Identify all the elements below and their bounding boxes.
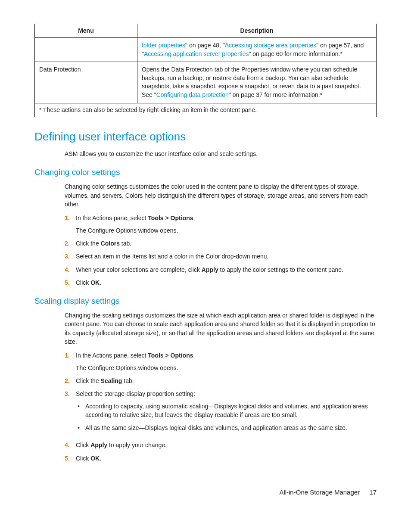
text-bold: Apply	[90, 442, 107, 448]
step-number: 1.	[65, 214, 76, 235]
step-number: 1.	[65, 351, 76, 372]
text-bold: Colors	[101, 240, 120, 247]
paragraph: Changing the scaling settings customizes…	[65, 311, 377, 346]
text: Click	[76, 455, 90, 462]
table-footnote: * These actions can also be selected by …	[35, 103, 377, 117]
text: .	[100, 279, 101, 286]
link-configuring-data-protection[interactable]: Configuring data protection	[156, 91, 229, 98]
link-folder-properties[interactable]: folder properties	[142, 42, 185, 49]
bullet-list: • According to capacity, using automatic…	[76, 402, 377, 432]
text: to apply the color settings to the conte…	[218, 266, 343, 273]
table-header-menu: Menu	[35, 24, 137, 38]
table-footnote-row: * These actions can also be selected by …	[35, 103, 377, 117]
page-footer: All-in-One Storage Manager 17	[34, 488, 377, 496]
step-item: 5. Click OK.	[65, 278, 377, 287]
heading-scaling-display-settings: Scaling display settings	[34, 296, 377, 306]
table-row: Data Protection Opens the Data Protectio…	[35, 62, 377, 103]
step-number: 2.	[65, 376, 76, 385]
menu-description-table: Menu Description folder properties" on p…	[34, 24, 377, 117]
step-item: 2. Click the Colors tab.	[65, 239, 377, 248]
step-number: 5.	[65, 454, 76, 463]
table-row: folder properties" on page 48, "Accessin…	[35, 38, 377, 62]
text: In the Actions pane, select	[76, 215, 148, 221]
text: .	[193, 352, 195, 359]
link-storage-area-properties[interactable]: Accessing storage area properties	[225, 42, 316, 49]
step-item: 4. When your color selections are comple…	[65, 265, 377, 274]
text-bold: Apply	[202, 266, 218, 273]
text-bold: Tools > Options	[148, 352, 193, 359]
text: " on page 60 for more information.*	[249, 50, 342, 57]
paragraph: ASM allows you to customize the user int…	[65, 149, 377, 158]
heading-changing-color-settings: Changing color settings	[34, 168, 377, 177]
text: to apply your change.	[107, 442, 167, 448]
step-number: 2.	[65, 239, 76, 248]
step-item: 3. Select the storage-display proportion…	[65, 389, 377, 436]
text: " on page 37 for more information.*	[229, 91, 322, 98]
text: In the Actions pane, select	[76, 352, 148, 359]
step-number: 3.	[65, 252, 76, 261]
step-item: 5. Click OK.	[65, 454, 377, 463]
steps-color-settings: 1. In the Actions pane, select Tools > O…	[65, 214, 377, 287]
document-page: Menu Description folder properties" on p…	[0, 0, 411, 513]
text: tab.	[122, 377, 134, 384]
table-cell-menu	[35, 38, 137, 62]
step-number: 5.	[65, 278, 76, 287]
text-bold: Tools > Options	[148, 215, 193, 221]
step-number: 4.	[65, 265, 76, 274]
text: .	[100, 455, 101, 462]
text: tab.	[120, 240, 131, 247]
table-cell-description: folder properties" on page 48, "Accessin…	[137, 38, 376, 62]
page-number: 17	[369, 488, 377, 496]
step-number: 4.	[65, 441, 76, 449]
text: .	[193, 215, 195, 221]
text: Click the	[76, 240, 101, 247]
footer-title: All-in-One Storage Manager	[279, 488, 360, 496]
step-item: 4. Click Apply to apply your change.	[65, 441, 377, 449]
text: According to capacity, using automatic s…	[85, 402, 377, 420]
link-application-server-properties[interactable]: Accessing application server properties	[144, 50, 249, 57]
bullet-item: • All as the same size—Displays logical …	[76, 423, 377, 432]
heading-defining-ui-options: Defining user interface options	[34, 130, 377, 143]
text-bold: OK	[90, 279, 100, 286]
step-subtext: The Configure Options window opens.	[76, 364, 377, 372]
text: All as the same size—Displays logical di…	[85, 423, 347, 432]
text: Click	[76, 279, 90, 286]
step-item: 1. In the Actions pane, select Tools > O…	[65, 214, 377, 235]
table-cell-menu: Data Protection	[35, 62, 137, 103]
text: When your color selections are complete,…	[76, 266, 202, 273]
bullet-icon: •	[76, 423, 85, 432]
step-subtext: The Configure Options window opens.	[76, 226, 377, 235]
text: Click	[76, 442, 90, 448]
text: Select the storage-display proportion se…	[76, 390, 195, 397]
text: Click the	[76, 377, 101, 384]
paragraph: Changing color settings customizes the c…	[65, 182, 377, 208]
text-bold: OK	[90, 455, 100, 462]
bullet-icon: •	[76, 402, 85, 420]
step-item: 1. In the Actions pane, select Tools > O…	[65, 351, 377, 372]
table-cell-description: Opens the Data Protection tab of the Pro…	[137, 62, 376, 103]
bullet-item: • According to capacity, using automatic…	[76, 402, 377, 420]
table-header-description: Description	[137, 24, 376, 38]
text-bold: Scaling	[101, 377, 122, 384]
step-item: 2. Click the Scaling tab.	[65, 376, 377, 385]
step-number: 3.	[65, 389, 76, 436]
step-item: 3. Select an item in the Items list and …	[65, 252, 377, 261]
steps-scaling-settings: 1. In the Actions pane, select Tools > O…	[65, 351, 377, 463]
text: Select an item in the Items list and a c…	[76, 252, 377, 261]
table-header-row: Menu Description	[35, 24, 377, 38]
text: " on page 48, "	[185, 42, 225, 49]
